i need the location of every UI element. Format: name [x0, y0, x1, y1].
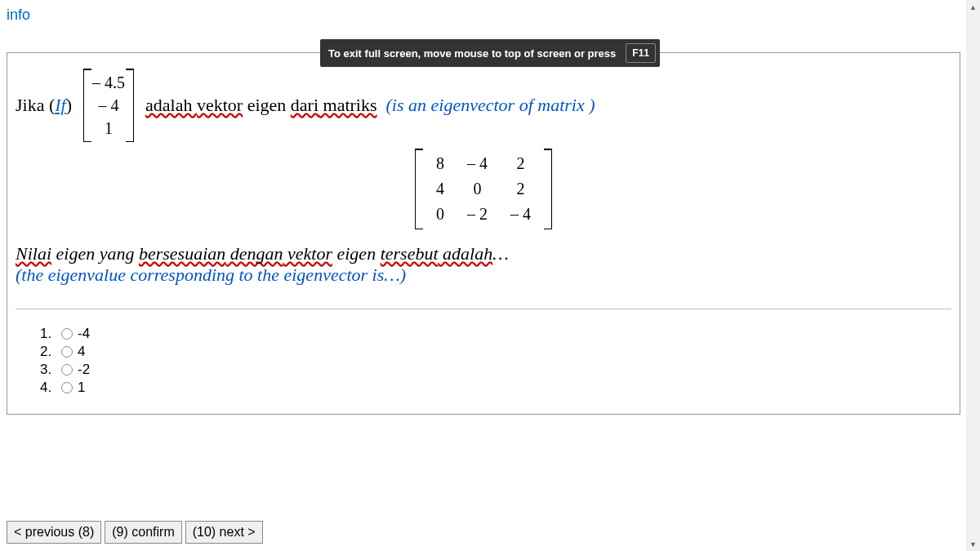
- m-2-2: – 4: [499, 202, 542, 227]
- p2f: eigen: [332, 243, 381, 264]
- scroll-down-icon[interactable]: ▼: [966, 537, 980, 551]
- p2g: tersebut: [381, 243, 439, 264]
- option-4[interactable]: 4. 1: [40, 380, 951, 396]
- p2h: adalah: [439, 243, 493, 264]
- w1: adalah: [145, 95, 197, 115]
- eigenvector-column: – 4.5 – 4 1: [87, 71, 131, 140]
- previous-button[interactable]: < previous (8): [7, 521, 101, 544]
- matrix-table: 8 – 4 2 4 0 2 0 – 2 – 4: [425, 151, 542, 227]
- fullscreen-notice: To exit full screen, move mouse to top o…: [320, 39, 660, 67]
- p2a: Nilai: [16, 243, 51, 264]
- p2c: bersesuaian: [139, 243, 225, 264]
- m-1-2: 2: [499, 176, 542, 202]
- prompt-line-2: Nilai eigen yang bersesuaian dengan vekt…: [16, 243, 951, 264]
- if-link[interactable]: If: [55, 95, 65, 116]
- m-0-2: 2: [499, 151, 542, 176]
- m-2-0: 0: [425, 202, 456, 227]
- bracket-right-icon: [127, 69, 134, 142]
- radio-4[interactable]: [61, 382, 73, 393]
- confirm-button[interactable]: (9) confirm: [105, 521, 181, 544]
- text-jika: Jika (: [16, 95, 55, 116]
- answer-options: 1. -4 2. 4 3. -2 4. 1: [40, 326, 951, 396]
- m-1-1: 0: [456, 176, 499, 202]
- next-button[interactable]: (10) next >: [185, 521, 263, 544]
- p2b: eigen yang: [51, 243, 139, 264]
- nav-buttons: < previous (8) (9) confirm (10) next >: [7, 521, 266, 544]
- translation-2: (the eigenvalue corresponding to the eig…: [16, 264, 951, 286]
- vec-entry-2: 1: [91, 117, 126, 140]
- option-3[interactable]: 3. -2: [40, 362, 951, 378]
- opt-num-1: 1.: [40, 326, 56, 342]
- p2i: …: [492, 243, 509, 264]
- translation-1: (is an eigenvector of matrix ): [386, 95, 595, 116]
- w5: matriks: [318, 95, 377, 115]
- radio-1[interactable]: [61, 328, 73, 340]
- fullscreen-notice-text: To exit full screen, move mouse to top o…: [320, 41, 624, 66]
- matrix-bracket-right-icon: [545, 149, 552, 229]
- opt-label-2: 4: [78, 344, 85, 360]
- option-2[interactable]: 2. 4: [40, 344, 951, 360]
- divider: [16, 309, 951, 309]
- opt-label-3: -2: [78, 362, 90, 378]
- f11-key-badge: F11: [626, 43, 656, 63]
- m-0-0: 8: [425, 151, 456, 176]
- info-link[interactable]: info: [7, 7, 30, 24]
- p2e: vektor: [283, 243, 332, 264]
- m-1-0: 4: [425, 176, 456, 202]
- matrix-bracket-left-icon: [415, 149, 422, 229]
- opt-num-2: 2.: [40, 344, 56, 360]
- scrollbar-track[interactable]: [966, 0, 980, 551]
- m-2-1: – 2: [456, 202, 499, 227]
- radio-2[interactable]: [61, 346, 73, 358]
- opt-label-1: -4: [78, 326, 90, 342]
- option-1[interactable]: 1. -4: [40, 326, 951, 342]
- text-close-paren: ): [66, 95, 72, 116]
- text-adalah: adalah vektor eigen dari matriks: [145, 95, 376, 116]
- opt-label-4: 1: [78, 380, 85, 396]
- radio-3[interactable]: [61, 364, 73, 375]
- vec-entry-1: – 4: [91, 94, 126, 117]
- m-0-1: – 4: [456, 151, 499, 176]
- opt-num-3: 3.: [40, 362, 56, 378]
- vec-entry-0: – 4.5: [91, 71, 126, 94]
- bracket-left-icon: [83, 69, 91, 142]
- opt-num-4: 4.: [40, 380, 56, 396]
- scroll-up-icon[interactable]: ▲: [966, 0, 980, 14]
- prompt-line-1: Jika (If ) – 4.5 – 4 1 adalah vektor eig…: [16, 71, 951, 140]
- matrix-display: 8 – 4 2 4 0 2 0 – 2 – 4: [16, 143, 951, 238]
- p2d: dengan: [225, 243, 283, 264]
- question-container: Jika (If ) – 4.5 – 4 1 adalah vektor eig…: [7, 52, 960, 415]
- w3: eigen: [243, 95, 291, 115]
- w4: dari: [291, 95, 318, 115]
- w2: vektor: [197, 95, 243, 115]
